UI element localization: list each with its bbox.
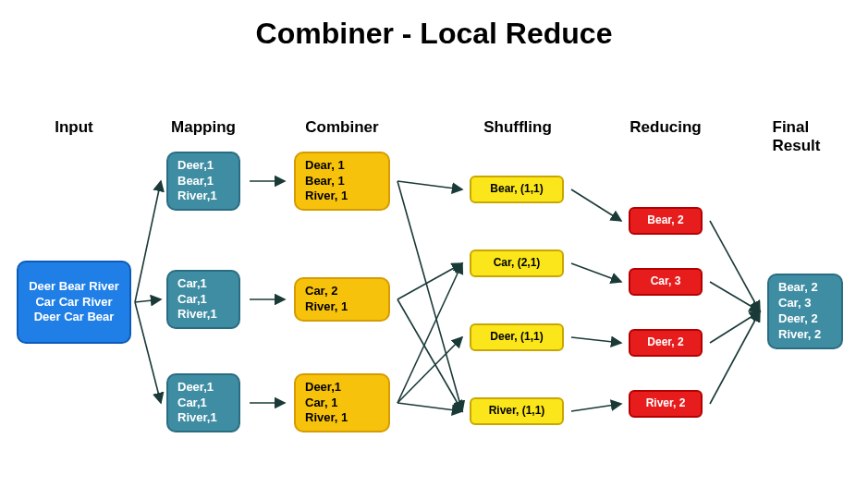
combiner-box-1-line: River, 1 xyxy=(305,299,348,315)
arrow xyxy=(397,263,462,299)
arrow xyxy=(710,221,760,311)
combiner-box-2-line: Car, 1 xyxy=(305,396,337,411)
input-box-line: Car Car River xyxy=(35,295,112,310)
arrow xyxy=(571,337,621,343)
combiner-box-2-line: Deer,1 xyxy=(305,380,341,396)
arrow xyxy=(397,181,462,411)
combiner-box-0-line: Bear, 1 xyxy=(305,174,345,189)
mapping-box-1-line: Car,1 xyxy=(177,276,207,292)
shuffling-box-2-line: Deer, (1,1) xyxy=(490,330,543,345)
final-result-box-line: Bear, 2 xyxy=(778,280,818,296)
col-header-combiner: Combiner xyxy=(305,118,378,137)
col-header-final: Final Result xyxy=(773,118,837,155)
combiner-box-0-line: River, 1 xyxy=(305,189,348,204)
diagram-title: Combiner - Local Reduce xyxy=(0,17,868,51)
final-result-box-line: Deer, 2 xyxy=(778,311,818,327)
arrow xyxy=(135,299,161,302)
input-box: Deer Bear RiverCar Car RiverDeer Car Bea… xyxy=(17,261,131,344)
input-box-line: Deer Bear River xyxy=(29,279,119,295)
reducing-box-1-line: Car, 3 xyxy=(651,274,681,289)
shuffling-box-0-line: Bear, (1,1) xyxy=(490,182,543,197)
final-result-box-line: Car, 3 xyxy=(778,296,811,311)
reducing-box-2: Deer, 2 xyxy=(629,329,703,357)
arrow xyxy=(571,189,621,221)
arrow-layer xyxy=(0,0,868,487)
mapping-box-2: Deer,1Car,1River,1 xyxy=(166,373,240,432)
reducing-box-0: Bear, 2 xyxy=(629,207,703,235)
combiner-box-2-line: River, 1 xyxy=(305,410,348,426)
mapping-box-2-line: Car,1 xyxy=(177,396,207,411)
reducing-box-1: Car, 3 xyxy=(629,268,703,296)
arrow xyxy=(397,403,462,411)
col-header-shuffling: Shuffling xyxy=(483,118,552,137)
reducing-box-0-line: Bear, 2 xyxy=(647,213,683,228)
shuffling-box-0: Bear, (1,1) xyxy=(470,176,564,203)
mapping-box-2-line: River,1 xyxy=(177,410,217,426)
final-result-box: Bear, 2Car, 3Deer, 2River, 2 xyxy=(767,274,843,349)
shuffling-box-1-line: Car, (2,1) xyxy=(494,256,541,271)
arrow xyxy=(571,263,621,282)
arrow xyxy=(571,404,621,411)
mapping-box-0: Deer,1Bear,1River,1 xyxy=(166,152,240,211)
final-result-box-line: River, 2 xyxy=(778,327,821,343)
arrow xyxy=(710,311,760,343)
shuffling-box-3-line: River, (1,1) xyxy=(489,404,545,419)
combiner-box-0-line: Dear, 1 xyxy=(305,158,345,174)
arrow xyxy=(710,311,760,404)
combiner-box-2: Deer,1Car, 1River, 1 xyxy=(294,373,390,432)
mapping-box-1: Car,1Car,1River,1 xyxy=(166,270,240,329)
arrow xyxy=(397,263,462,403)
combiner-box-1: Car, 2River, 1 xyxy=(294,277,390,322)
arrow xyxy=(135,302,161,403)
col-header-reducing: Reducing xyxy=(630,118,701,137)
input-box-line: Deer Car Bear xyxy=(34,310,115,325)
arrow xyxy=(397,299,462,411)
mapping-box-1-line: Car,1 xyxy=(177,292,207,308)
mapping-box-0-line: River,1 xyxy=(177,189,217,204)
reducing-box-2-line: Deer, 2 xyxy=(647,335,683,350)
arrow xyxy=(397,181,462,189)
arrow xyxy=(710,282,760,311)
arrow xyxy=(397,337,462,403)
combiner-box-0: Dear, 1Bear, 1River, 1 xyxy=(294,152,390,211)
col-header-input: Input xyxy=(55,118,93,137)
mapping-box-1-line: River,1 xyxy=(177,307,217,323)
reducing-box-3: River, 2 xyxy=(629,390,703,418)
shuffling-box-2: Deer, (1,1) xyxy=(470,323,564,351)
shuffling-box-3: River, (1,1) xyxy=(470,397,564,425)
mapping-box-2-line: Deer,1 xyxy=(177,380,214,396)
mapping-box-0-line: Deer,1 xyxy=(177,158,214,174)
mapping-box-0-line: Bear,1 xyxy=(177,174,214,189)
arrow xyxy=(135,181,161,302)
col-header-mapping: Mapping xyxy=(171,118,236,137)
reducing-box-3-line: River, 2 xyxy=(646,396,686,411)
combiner-box-1-line: Car, 2 xyxy=(305,284,337,299)
shuffling-box-1: Car, (2,1) xyxy=(470,250,564,277)
